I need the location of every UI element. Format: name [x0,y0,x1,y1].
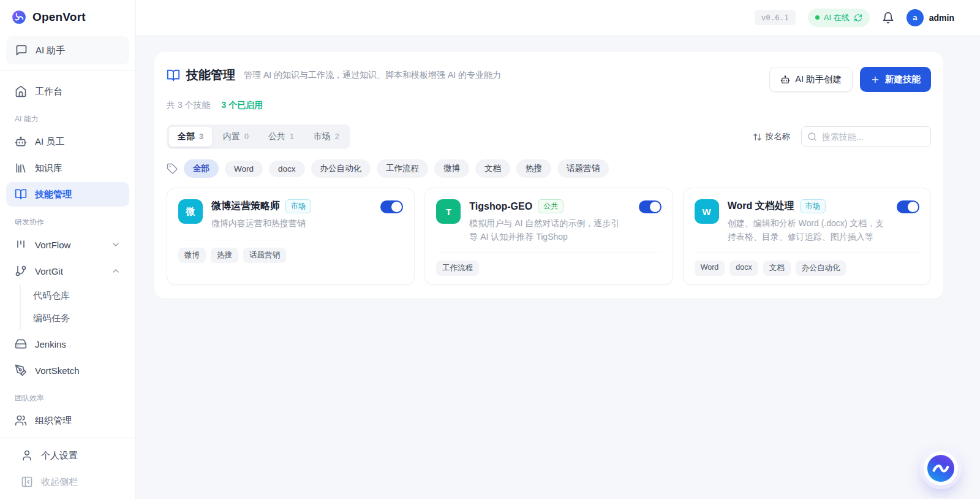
openvort-swirl-icon [11,9,27,25]
card-top: W Word 文档处理 市场 创建、编辑和分析 Word (.docx) 文档，… [695,199,919,243]
sidebar-item-label: VortFlow [35,240,70,250]
skill-avatar: 微 [178,199,203,224]
skill-title: 微博运营策略师 [211,200,280,213]
notifications-button[interactable] [882,12,894,24]
username: admin [929,13,954,23]
sidebar-item-org[interactable]: 组织管理 [6,408,129,433]
online-dot [815,15,820,20]
sidebar-item-settings[interactable]: 个人设置 [12,443,123,468]
filter-pill-workflow[interactable]: 工作流程 [377,159,428,178]
skills-panel: 技能管理 管理 AI 的知识与工作流，通过知识、脚本和模板增强 AI 的专业能力… [154,52,943,299]
topbar: v0.6.1 AI 在线 a admin [136,0,980,35]
skills-enabled-count: 3 个已启用 [221,100,263,110]
tab-label: 全部 [178,131,195,142]
sidebar-item-workbench[interactable]: 工作台 [6,79,129,104]
page-title: 技能管理 [186,67,235,83]
skill-enable-toggle[interactable] [897,200,919,213]
robot-icon [780,75,790,85]
filter-pill-hot[interactable]: 热搜 [516,159,551,178]
sidebar-item-knowledge[interactable]: 知识库 [6,156,129,180]
filter-pill-docx[interactable]: docx [269,161,305,177]
filter-pill-topic[interactable]: 话题营销 [557,159,609,178]
skill-avatar: T [436,199,461,224]
tab-count: 2 [335,132,339,141]
tab-market[interactable]: 市场 2 [304,126,349,147]
skill-description: 微博内容运营和热搜营销 [211,217,372,230]
hard-drive-icon [15,338,27,350]
user-menu[interactable]: a admin [907,9,954,26]
search-box [801,126,931,147]
app-root: OpenVort AI 助手 工作台 AI 能力 AI 员工 知识库 [0,0,980,499]
tab-count: 1 [290,132,294,141]
skill-tag: 办公自动化 [796,261,846,276]
tab-builtin[interactable]: 内置 0 [214,126,258,147]
avatar: a [907,9,924,26]
sidebar-item-label: VortSketch [35,365,80,376]
sidebar-subitem-repo[interactable]: 代码仓库 [21,284,135,307]
filter-pill-all[interactable]: 全部 [184,159,219,178]
new-skill-button[interactable]: 新建技能 [860,67,931,92]
skill-tag: docx [729,261,758,276]
skill-description: 创建、编辑和分析 Word (.docx) 文档，支持表格、目录、修订追踪、图片… [728,217,888,243]
users-icon [15,414,27,427]
sidebar-subitem-coding-task[interactable]: 编码任务 [21,307,135,330]
filter-pill-doc[interactable]: 文档 [475,159,510,178]
toolbar-right: 按名称 [753,126,932,147]
sidebar-item-skills[interactable]: 技能管理 [6,182,129,207]
brand-name: OpenVort [32,10,86,24]
sort-by-name-button[interactable]: 按名称 [753,131,791,142]
sidebar-item-vortsketch[interactable]: VortSketch [6,358,129,383]
sidebar-item-vortflow[interactable]: VortFlow [6,232,129,257]
search-input[interactable] [801,126,931,147]
user-icon [21,449,33,462]
card-top: T Tigshop-GEO 公共 模拟用户与 AI 自然对话的示例，逐步引导 A… [436,199,661,243]
chat-bubble-icon [15,44,28,56]
ai-orb-icon [927,455,954,482]
tab-public[interactable]: 公共 1 [259,126,303,147]
ai-status-badge[interactable]: AI 在线 [808,9,870,27]
skill-description: 模拟用户与 AI 自然对话的示例，逐步引导 AI 认知并推荐 TigShop [469,217,630,243]
sidebar-item-label: 技能管理 [35,189,72,200]
skill-enable-toggle[interactable] [380,200,403,213]
skill-card-tigshop[interactable]: T Tigshop-GEO 公共 模拟用户与 AI 自然对话的示例，逐步引导 A… [424,188,673,285]
sidebar-item-label: VortGit [35,266,63,276]
sidebar-item-label: 工作台 [35,86,62,97]
panel-collapse-icon [21,476,33,488]
search-icon [807,132,817,142]
skill-tag: 工作流程 [436,261,479,276]
skill-card-weibo[interactable]: 微 微博运营策略师 市场 微博内容运营和热搜营销 微博 [167,188,415,285]
ai-status-label: AI 在线 [824,12,850,23]
skill-card-word[interactable]: W Word 文档处理 市场 创建、编辑和分析 Word (.docx) 文档，… [683,188,931,285]
sidebar-item-vortgit[interactable]: VortGit [6,259,129,283]
filter-pill-weibo[interactable]: 微博 [434,159,469,178]
sidebar-item-ai-assistant[interactable]: AI 助手 [6,36,129,64]
skill-title: Word 文档处理 [728,200,794,213]
ai-create-label: AI 助手创建 [795,74,842,85]
skill-tag: Word [695,261,725,276]
card-info: 微博运营策略师 市场 微博内容运营和热搜营销 [211,199,372,230]
page-header: 技能管理 管理 AI 的知识与工作流，通过知识、脚本和模板增强 AI 的专业能力… [167,67,931,92]
skill-enable-toggle[interactable] [639,200,662,213]
new-skill-label: 新建技能 [885,74,921,85]
book-open-icon [15,188,27,200]
vortgit-subitems: 代码仓库 编码任务 [20,284,135,330]
refresh-icon[interactable] [854,13,862,22]
tab-count: 3 [199,132,203,141]
tab-all[interactable]: 全部 3 [168,126,213,147]
skill-avatar: W [695,199,719,224]
toolbar: 全部 3 内置 0 公共 1 市场 2 [167,124,931,149]
card-tags: 微博 热搜 话题营销 [178,240,403,263]
card-info: Tigshop-GEO 公共 模拟用户与 AI 自然对话的示例，逐步引导 AI … [469,199,630,243]
ai-assistant-orb-button[interactable] [924,451,958,486]
sidebar-item-ai-staff[interactable]: AI 员工 [6,129,129,154]
filter-pill-word[interactable]: Word [225,161,263,177]
filter-pill-office[interactable]: 办公自动化 [311,159,371,178]
tab-label: 市场 [314,131,331,142]
sidebar: OpenVort AI 助手 工作台 AI 能力 AI 员工 知识库 [0,0,136,499]
skill-cards: 微 微博运营策略师 市场 微博内容运营和热搜营销 微博 [167,188,931,285]
sidebar-item-jenkins[interactable]: Jenkins [6,332,129,356]
ai-create-button[interactable]: AI 助手创建 [769,67,853,92]
sort-label: 按名称 [766,131,791,142]
sidebar-collapse-button[interactable]: 收起侧栏 [12,470,123,494]
brand-logo[interactable]: OpenVort [0,0,135,34]
